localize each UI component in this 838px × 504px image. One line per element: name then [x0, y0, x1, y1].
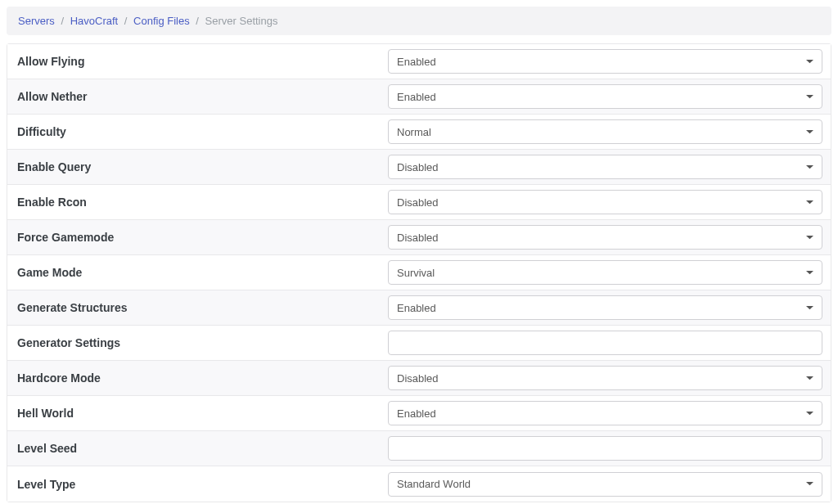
breadcrumb-sep: / [57, 15, 67, 27]
setting-label-enable-rcon: Enable Rcon [16, 196, 388, 209]
settings-row-hell-world: Hell WorldEnabled [7, 396, 831, 431]
enable-rcon-select[interactable]: Disabled [388, 190, 822, 214]
enable-query-select[interactable]: Disabled [388, 155, 822, 179]
difficulty-select[interactable]: Normal [388, 119, 822, 144]
allow-flying-select[interactable]: Enabled [388, 49, 822, 74]
hell-world-select[interactable]: Enabled [388, 401, 822, 425]
setting-control-level-type: Standard World [388, 472, 822, 497]
setting-label-allow-nether: Allow Nether [16, 90, 388, 103]
level-type-select[interactable]: Standard World [388, 472, 822, 497]
setting-label-difficulty: Difficulty [16, 125, 388, 138]
setting-label-hardcore-mode: Hardcore Mode [16, 371, 388, 385]
breadcrumb-sep: / [121, 15, 131, 27]
level-seed-input[interactable] [388, 436, 822, 461]
setting-control-generator-settings [388, 331, 822, 355]
setting-control-allow-nether: Enabled [388, 84, 822, 109]
settings-row-force-gamemode: Force GamemodeDisabled [7, 220, 831, 255]
setting-control-hell-world: Enabled [388, 401, 822, 425]
breadcrumb-config-files[interactable]: Config Files [133, 15, 190, 27]
setting-label-force-gamemode: Force Gamemode [16, 231, 388, 244]
setting-control-allow-flying: Enabled [388, 49, 822, 74]
force-gamemode-select[interactable]: Disabled [388, 225, 822, 250]
settings-table: Allow FlyingEnabledAllow NetherEnabledDi… [7, 43, 831, 502]
setting-label-generate-structures: Generate Structures [16, 301, 388, 314]
settings-row-level-type: Level TypeStandard World [7, 466, 831, 502]
setting-label-game-mode: Game Mode [16, 266, 388, 279]
settings-row-game-mode: Game ModeSurvival [7, 255, 831, 290]
breadcrumb-servers[interactable]: Servers [18, 15, 55, 27]
setting-control-difficulty: Normal [388, 119, 822, 144]
hardcore-mode-select[interactable]: Disabled [388, 366, 822, 390]
breadcrumb-current: Server Settings [205, 15, 278, 27]
setting-label-generator-settings: Generator Settings [16, 336, 388, 349]
setting-label-hell-world: Hell World [16, 407, 388, 420]
setting-control-level-seed [388, 436, 822, 461]
game-mode-select[interactable]: Survival [388, 260, 822, 285]
setting-control-force-gamemode: Disabled [388, 225, 822, 250]
breadcrumb-sep: / [192, 15, 202, 27]
settings-row-difficulty: DifficultyNormal [7, 115, 831, 150]
settings-row-allow-nether: Allow NetherEnabled [7, 79, 831, 115]
setting-control-enable-query: Disabled [388, 155, 822, 179]
settings-row-level-seed: Level Seed [7, 431, 831, 466]
settings-row-generate-structures: Generate StructuresEnabled [7, 290, 831, 326]
setting-control-game-mode: Survival [388, 260, 822, 285]
settings-row-enable-query: Enable QueryDisabled [7, 150, 831, 185]
setting-label-allow-flying: Allow Flying [16, 55, 388, 68]
setting-control-enable-rcon: Disabled [388, 190, 822, 214]
breadcrumb: Servers / HavoCraft / Config Files / Ser… [7, 7, 831, 35]
generator-settings-input[interactable] [388, 331, 822, 355]
settings-row-generator-settings: Generator Settings [7, 326, 831, 361]
settings-row-hardcore-mode: Hardcore ModeDisabled [7, 361, 831, 396]
setting-label-level-type: Level Type [16, 478, 388, 491]
settings-row-enable-rcon: Enable RconDisabled [7, 185, 831, 220]
setting-control-hardcore-mode: Disabled [388, 366, 822, 390]
allow-nether-select[interactable]: Enabled [388, 84, 822, 109]
setting-label-enable-query: Enable Query [16, 160, 388, 173]
setting-control-generate-structures: Enabled [388, 295, 822, 320]
setting-label-level-seed: Level Seed [16, 442, 388, 455]
breadcrumb-havocraft[interactable]: HavoCraft [70, 15, 119, 27]
generate-structures-select[interactable]: Enabled [388, 295, 822, 320]
settings-row-allow-flying: Allow FlyingEnabled [7, 44, 831, 79]
